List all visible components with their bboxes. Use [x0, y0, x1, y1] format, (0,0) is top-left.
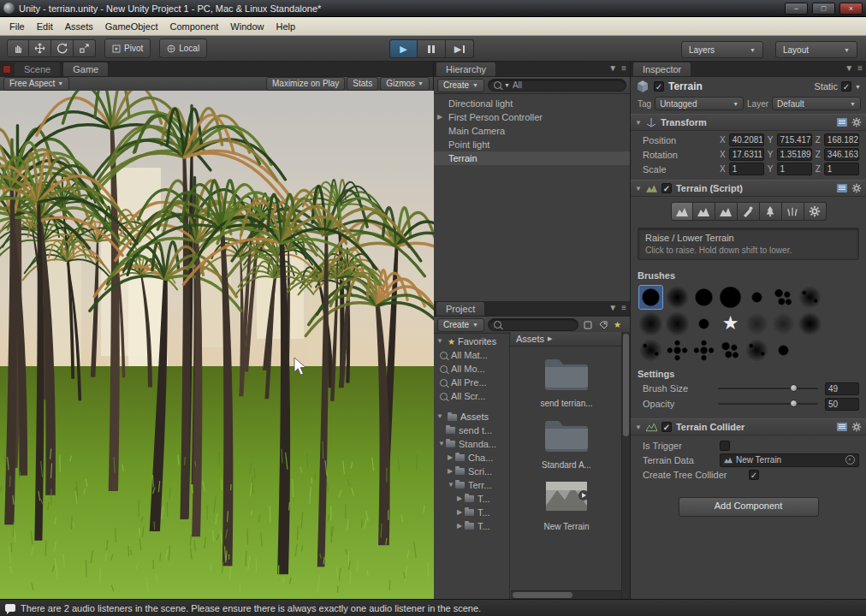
pause-button[interactable]	[418, 39, 446, 58]
object-picker-icon[interactable]	[845, 455, 855, 465]
asset-folder-t-6[interactable]: ▶T...	[434, 506, 509, 519]
brush-9[interactable]	[692, 312, 715, 335]
tab-game[interactable]: Game	[62, 62, 109, 76]
brush-12[interactable]	[772, 312, 795, 335]
hierarchy-create-button[interactable]: Create▼	[437, 79, 484, 92]
hierarchy-item-directional-light[interactable]: Directional light	[434, 97, 630, 110]
active-checkbox[interactable]: ✓	[654, 81, 664, 92]
position-x-field[interactable]: 40.2081	[729, 133, 764, 146]
minimize-button[interactable]: −	[785, 3, 808, 15]
brush-size-slider[interactable]	[718, 388, 818, 389]
static-toggle[interactable]: Static ✓ ▼	[815, 81, 861, 92]
brush-11[interactable]	[745, 312, 768, 335]
brush-0[interactable]	[639, 286, 662, 309]
horizontal-scrollbar[interactable]	[511, 590, 622, 599]
paint-height-button[interactable]	[693, 202, 715, 221]
brush-7[interactable]	[639, 312, 662, 335]
menu-help[interactable]: Help	[270, 20, 301, 33]
gear-icon[interactable]	[851, 117, 862, 127]
create-tree-collider-checkbox[interactable]: ✓	[749, 470, 759, 480]
play-button[interactable]: ▶	[389, 39, 418, 58]
fold-arrow[interactable]: ▶	[448, 465, 453, 478]
brush-18[interactable]	[745, 339, 768, 362]
add-component-button[interactable]: Add Component	[679, 497, 819, 517]
paint-texture-button[interactable]	[738, 202, 760, 221]
menu-file[interactable]: File	[3, 20, 31, 33]
layer-dropdown[interactable]: Default▼	[772, 97, 861, 110]
favorite-all-mat[interactable]: All Mat...	[434, 348, 509, 362]
status-bar[interactable]: There are 2 audio listeners in the scene…	[0, 599, 866, 616]
brush-15[interactable]	[666, 339, 689, 362]
fold-arrow[interactable]: ▶	[457, 506, 462, 519]
rotation-z-field[interactable]: 346.163	[824, 148, 859, 161]
is-trigger-checkbox[interactable]	[720, 441, 730, 451]
component-enabled-checkbox[interactable]: ✓	[661, 422, 672, 432]
panel-menu-icon[interactable]: ≡	[621, 63, 626, 73]
favorite-all-scr[interactable]: All Scr...	[434, 389, 509, 403]
menu-assets[interactable]: Assets	[59, 20, 99, 33]
paint-details-button[interactable]	[782, 202, 804, 221]
maximize-button[interactable]: □	[812, 3, 835, 15]
gizmos-dropdown[interactable]: Gizmos▼	[380, 77, 430, 91]
hierarchy-search-input[interactable]: ▼ All	[488, 79, 626, 92]
rotation-x-field[interactable]: 17.6311	[729, 148, 764, 161]
fold-arrow[interactable]: ▶	[437, 110, 442, 124]
help-book-icon[interactable]	[837, 118, 847, 127]
asset-thumbnail-standard-a[interactable]: Standard A...	[511, 408, 622, 470]
terrain-script-header[interactable]: ▼ ✓ Terrain (Script)	[631, 180, 866, 197]
local-toggle-button[interactable]: Local	[159, 38, 207, 58]
maximize-on-play-button[interactable]: Maximize on Play	[266, 77, 345, 91]
fold-arrow[interactable]: ▶	[448, 451, 453, 465]
asset-folder-scri-3[interactable]: ▶Scri...	[434, 465, 509, 478]
hand-tool-button[interactable]	[7, 39, 29, 57]
vertical-scrollbar[interactable]	[621, 332, 630, 599]
brush-19[interactable]	[772, 339, 795, 362]
menu-edit[interactable]: Edit	[31, 20, 59, 33]
brush-1[interactable]	[666, 286, 689, 309]
panel-dropdown-icon[interactable]: ▼	[608, 63, 617, 73]
help-book-icon[interactable]	[837, 184, 847, 192]
terrain-data-object-field[interactable]: New Terrain	[720, 453, 859, 467]
tab-hierarchy[interactable]: Hierarchy	[436, 62, 496, 76]
aspect-dropdown[interactable]: Free Aspect▼	[3, 77, 69, 91]
pivot-toggle-button[interactable]: Pivot	[104, 38, 151, 58]
asset-folder-t-7[interactable]: ▶T...	[434, 519, 509, 533]
transform-header[interactable]: ▼ Transform	[631, 114, 866, 131]
search-by-label-button[interactable]	[597, 319, 609, 331]
fold-arrow[interactable]: ▼	[635, 424, 642, 431]
menu-window[interactable]: Window	[224, 20, 270, 33]
rotate-tool-button[interactable]	[51, 39, 74, 57]
tab-scene[interactable]: Scene	[14, 62, 61, 76]
brush-2[interactable]	[692, 286, 715, 309]
fold-arrow[interactable]: ▼	[635, 119, 642, 127]
tab-project[interactable]: Project	[436, 301, 485, 316]
brush-3[interactable]	[719, 286, 742, 309]
component-enabled-checkbox[interactable]: ✓	[661, 183, 672, 193]
place-trees-button[interactable]	[760, 202, 782, 221]
assets-section[interactable]: ▼ Assets	[434, 410, 509, 424]
opacity-field[interactable]: 50	[825, 398, 859, 411]
asset-folder-cha-2[interactable]: ▶Cha...	[434, 451, 509, 465]
asset-thumbnail-new-terrain[interactable]: New Terrain	[511, 470, 622, 531]
object-name[interactable]: Terrain	[668, 80, 810, 92]
position-z-field[interactable]: 168.182	[824, 133, 859, 146]
layers-dropdown[interactable]: Layers▼	[681, 41, 763, 58]
stats-button[interactable]: Stats	[347, 77, 378, 91]
favorite-all-mo[interactable]: All Mo...	[434, 362, 509, 376]
help-book-icon[interactable]	[837, 423, 847, 431]
panel-menu-icon[interactable]: ≡	[857, 63, 863, 73]
favorite-all-pre[interactable]: All Pre...	[434, 376, 509, 389]
hierarchy-item-main-camera[interactable]: Main Camera	[434, 124, 630, 138]
project-create-button[interactable]: Create▼	[437, 318, 484, 332]
panel-dropdown-icon[interactable]: ▼	[608, 303, 617, 312]
brush-4[interactable]	[745, 286, 768, 309]
scale-x-field[interactable]: 1	[729, 163, 764, 175]
asset-folder-terr-4[interactable]: ▼Terr...	[434, 478, 509, 492]
brush-10[interactable]: ★	[719, 312, 742, 335]
project-search-input[interactable]	[488, 318, 578, 331]
fold-arrow[interactable]: ▶	[457, 492, 462, 506]
scale-z-field[interactable]: 1	[824, 163, 859, 175]
hierarchy-item-first-person-controller[interactable]: ▶First Person Controller	[434, 110, 630, 124]
brush-13[interactable]	[798, 312, 822, 335]
tag-dropdown[interactable]: Untagged▼	[655, 97, 744, 110]
